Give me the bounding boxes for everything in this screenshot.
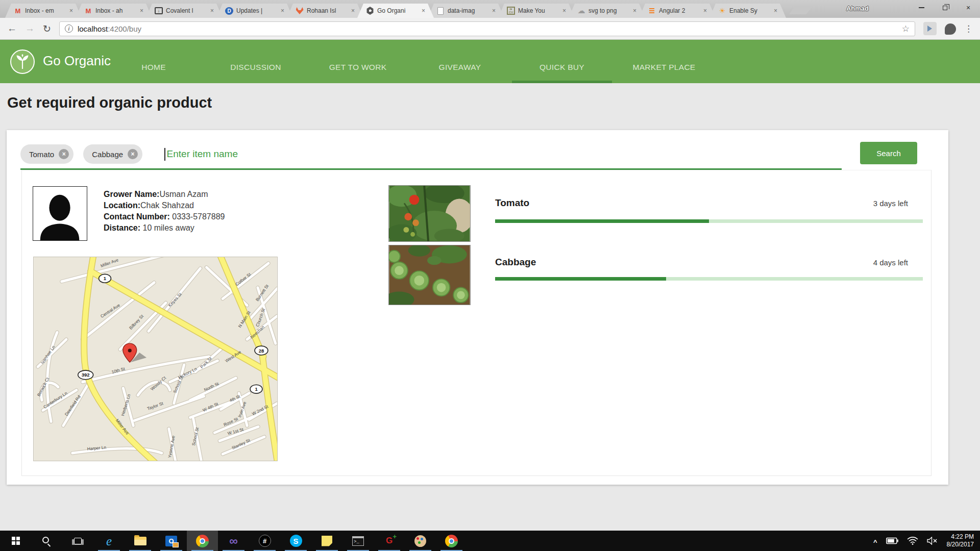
tab-covalent[interactable]: ↓ Covalent l ×	[146, 4, 223, 18]
route-badge: 1	[99, 274, 111, 283]
new-tab-button[interactable]	[789, 6, 813, 14]
close-icon[interactable]: ×	[140, 8, 143, 14]
extension-icon-2[interactable]	[945, 23, 956, 35]
task-view-icon	[74, 538, 82, 544]
tab-svg-to-png[interactable]: ☁ svg to png ×	[569, 4, 645, 18]
windows-taskbar: e O ∞ # S >_ G+ ^	[0, 531, 980, 551]
location-map[interactable]: Miller Ave Central Ave Keyes St Bilbrey …	[33, 257, 278, 461]
git-extensions-icon: G+	[386, 536, 393, 546]
taskbar-chrome-active[interactable]	[187, 531, 218, 551]
nav-item-get-to-work[interactable]: GET TO WORK	[307, 40, 409, 83]
search-button[interactable]: Search	[860, 142, 917, 164]
tab-data-image[interactable]: data-imag ×	[428, 4, 504, 18]
go-organic-logo[interactable]	[10, 49, 35, 74]
close-icon[interactable]: ×	[281, 8, 284, 14]
sticky-notes-icon	[322, 536, 332, 546]
tab-rohaan[interactable]: Rohaan Isl ×	[287, 4, 363, 18]
close-icon[interactable]: ×	[562, 8, 566, 14]
volume-muted-icon[interactable]	[927, 537, 938, 545]
chrome-profile-name[interactable]: Ahmad	[846, 5, 869, 12]
taskbar-paint[interactable]	[405, 531, 436, 551]
item-name-input[interactable]: Enter item name	[164, 148, 238, 161]
grower-avatar	[33, 186, 87, 241]
system-tray: ^ 4:22 PM 8/20/2017	[873, 531, 980, 551]
minimize-button[interactable]	[910, 0, 933, 15]
gmail-icon: M	[84, 7, 92, 15]
remove-tag-icon[interactable]: ×	[59, 149, 69, 159]
task-view-button[interactable]	[62, 531, 93, 551]
gitlab-icon	[296, 7, 304, 14]
wifi-icon[interactable]	[907, 537, 918, 545]
bookmark-star-icon[interactable]: ☆	[902, 23, 910, 34]
tab-title: Enable Sy	[729, 7, 772, 14]
nav-item-giveaway[interactable]: GIVEAWAY	[409, 40, 511, 83]
tab-strip: M Inbox - em × M Inbox - ah × ↓ Covalent…	[0, 0, 980, 18]
reload-button[interactable]: ↻	[43, 23, 51, 35]
input-placeholder: Enter item name	[167, 148, 238, 160]
nav-item-market-place[interactable]: MARKET PLACE	[613, 40, 715, 83]
close-icon[interactable]: ×	[69, 8, 73, 14]
gmail-icon: M	[14, 7, 22, 15]
start-button[interactable]	[0, 531, 31, 551]
chrome-icon	[445, 535, 458, 547]
tab-angular[interactable]: Angular 2 ×	[639, 4, 716, 18]
page-info-icon[interactable]: i	[65, 24, 73, 33]
close-icon[interactable]: ×	[210, 8, 214, 14]
taskbar-cmd[interactable]: >_	[342, 531, 374, 551]
tag-chip-tomato[interactable]: Tomato ×	[20, 144, 74, 164]
close-icon[interactable]: ×	[774, 8, 777, 14]
close-icon[interactable]: ×	[422, 8, 425, 14]
forward-button[interactable]: →	[25, 23, 35, 34]
command-prompt-icon: >_	[352, 536, 364, 546]
svg-text:392: 392	[82, 372, 90, 378]
page-content: Get required organic product Tomato × Ca…	[0, 83, 980, 531]
url-text[interactable]: localhost:4200/buy	[78, 24, 897, 33]
brand-title[interactable]: Go Organic	[43, 53, 111, 69]
battery-icon[interactable]	[886, 537, 898, 544]
product-days-left: 4 days left	[873, 258, 908, 267]
remove-tag-icon[interactable]: ×	[128, 149, 138, 159]
grower-distance-line: Distance: 10 miles away	[104, 222, 225, 234]
chrome-menu-icon[interactable]: ⋮	[964, 23, 973, 34]
nav-item-quick-buy[interactable]: QUICK BUY	[511, 40, 613, 83]
product-progress-fill	[495, 219, 709, 223]
tray-chevron-icon[interactable]: ^	[873, 538, 877, 546]
tab-go-organic-active[interactable]: Go Organi ×	[357, 4, 434, 18]
taskbar-skype[interactable]: S	[280, 531, 311, 551]
taskbar-outlook[interactable]: O	[156, 531, 187, 551]
close-icon[interactable]: ×	[492, 8, 496, 14]
cloud-icon: ☁	[577, 7, 585, 15]
extension-icon-1[interactable]	[923, 22, 937, 35]
tab-make-your[interactable]: I♥ CU Make You ×	[498, 4, 575, 18]
taskbar-ie[interactable]: e	[93, 531, 125, 551]
close-window-button[interactable]: ×	[957, 0, 980, 15]
close-icon[interactable]: ×	[633, 8, 636, 14]
browser-toolbar: ← → ↻ i localhost:4200/buy ☆ ⋮	[0, 18, 980, 40]
tab-inbox-2[interactable]: M Inbox - ah ×	[76, 4, 152, 18]
internet-explorer-icon: e	[106, 535, 112, 547]
tab-inbox-1[interactable]: M Inbox - em ×	[5, 4, 82, 18]
tab-title: data-imag	[448, 7, 490, 14]
search-icon	[42, 537, 49, 543]
taskbar-sticky-notes[interactable]	[311, 531, 342, 551]
taskbar-chrome-2[interactable]	[436, 531, 467, 551]
restore-button[interactable]	[933, 0, 957, 15]
close-icon[interactable]: ×	[703, 8, 707, 14]
product-progress-bar	[495, 277, 923, 281]
nav-item-discussion[interactable]: DISCUSSION	[205, 40, 307, 83]
taskbar-clock[interactable]: 4:22 PM 8/20/2017	[947, 533, 974, 548]
back-button[interactable]: ←	[7, 23, 17, 34]
taskbar-file-explorer[interactable]	[125, 531, 156, 551]
close-icon[interactable]: ×	[351, 8, 355, 14]
address-bar[interactable]: i localhost:4200/buy ☆	[59, 21, 915, 36]
product-progress-bar	[495, 219, 923, 223]
tab-enable-sync[interactable]: ☀ Enable Sy ×	[709, 4, 786, 18]
tab-updates[interactable]: D Updates | ×	[216, 4, 293, 18]
tag-chip-cabbage[interactable]: Cabbage ×	[83, 144, 142, 164]
route-badge: 392	[78, 370, 93, 380]
taskbar-visual-studio[interactable]: ∞	[218, 531, 249, 551]
taskbar-git-extensions[interactable]: G+	[374, 531, 405, 551]
taskbar-search-button[interactable]	[31, 531, 62, 551]
taskbar-hash-app[interactable]: #	[249, 531, 280, 551]
nav-item-home[interactable]: HOME	[103, 40, 205, 83]
